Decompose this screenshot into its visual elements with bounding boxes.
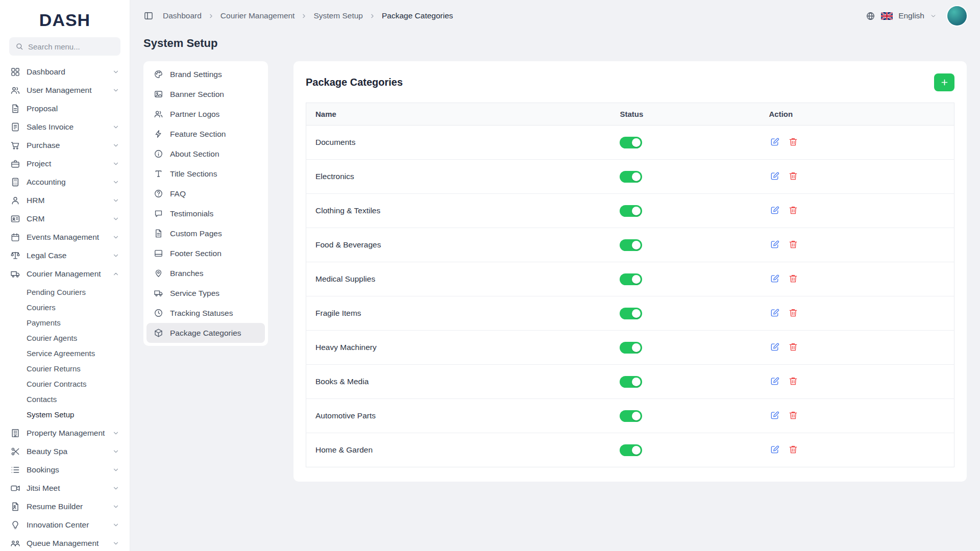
setup-menu-item-package-categories[interactable]: Package Categories [146,323,265,343]
edit-button[interactable] [769,272,781,285]
breadcrumb-item-system-setup[interactable]: System Setup [313,11,363,20]
status-toggle[interactable] [620,342,642,354]
status-toggle[interactable] [620,410,642,422]
sidebar-item-events-management[interactable]: Events Management [0,228,130,246]
brand-logo[interactable]: DASH [0,0,130,37]
delete-button[interactable] [787,272,799,285]
sidebar-subitem-courier-agents[interactable]: Courier Agents [0,330,130,345]
delete-button[interactable] [787,307,799,319]
status-toggle[interactable] [620,444,642,456]
sidebar-subitem-courier-returns[interactable]: Courier Returns [0,361,130,376]
setup-menu-item-banner-section[interactable]: Banner Section [146,84,265,104]
image-icon [154,89,163,99]
edit-button[interactable] [769,409,781,421]
pages-icon [154,229,163,238]
sidebar-item-label: Accounting [27,178,106,187]
setup-menu-item-custom-pages[interactable]: Custom Pages [146,223,265,243]
setup-menu-item-title-sections[interactable]: Title Sections [146,164,265,184]
edit-button[interactable] [769,238,781,251]
sidebar-item-sales-invoice[interactable]: Sales Invoice [0,118,130,136]
setup-menu-item-testimonials[interactable]: Testimonials [146,204,265,223]
delete-button[interactable] [787,136,799,148]
setup-menu-item-service-types[interactable]: Service Types [146,283,265,303]
setup-menu-item-tracking-statuses[interactable]: Tracking Statuses [146,303,265,323]
status-toggle[interactable] [620,205,642,217]
trash-icon [788,273,798,284]
sidebar-item-beauty-spa[interactable]: Beauty Spa [0,442,130,461]
sidebar-subitem-service-agreements[interactable]: Service Agreements [0,345,130,361]
table-row: Food & Beverages [306,228,954,262]
add-category-button[interactable] [934,73,954,91]
sidebar-item-proposal[interactable]: Proposal [0,99,130,118]
sidebar-item-user-management[interactable]: User Management [0,81,130,99]
setup-menu-item-brand-settings[interactable]: Brand Settings [146,64,265,84]
breadcrumb-item-courier-management[interactable]: Courier Management [220,11,295,20]
page-title: System Setup [143,37,967,50]
delete-button[interactable] [787,170,799,182]
status-toggle[interactable] [620,376,642,388]
sidebar-item-bookings[interactable]: Bookings [0,461,130,479]
edit-button[interactable] [769,170,781,182]
chevron-down-icon [112,68,119,76]
sidebar-subitem-couriers[interactable]: Couriers [0,299,130,315]
sidebar-item-legal-case[interactable]: Legal Case [0,246,130,265]
sidebar-item-hrm[interactable]: HRM [0,191,130,210]
language-label[interactable]: English [898,11,924,20]
sidebar-item-innovation-center[interactable]: Innovation Center [0,516,130,534]
breadcrumb-item-dashboard[interactable]: Dashboard [163,11,202,20]
edit-button[interactable] [769,375,781,387]
sidebar-item-property-management[interactable]: Property Management [0,424,130,442]
delete-button[interactable] [787,375,799,387]
sidebar-item-resume-builder[interactable]: Resume Builder [0,497,130,516]
edit-button[interactable] [769,136,781,148]
sidebar-item-project[interactable]: Project [0,155,130,173]
edit-button[interactable] [769,204,781,216]
user-icon [10,195,20,206]
sidebar-item-accounting[interactable]: Accounting [0,173,130,191]
sidebar-subitem-courier-contracts[interactable]: Courier Contracts [0,376,130,391]
sidebar-item-jitsi-meet[interactable]: Jitsi Meet [0,479,130,497]
truck-icon [10,269,20,279]
sidebar-item-purchase[interactable]: Purchase [0,136,130,155]
setup-menu-label: Package Categories [170,329,241,338]
status-toggle[interactable] [620,171,642,183]
delete-button[interactable] [787,443,799,456]
chevron-down-icon[interactable] [930,13,937,19]
edit-icon [770,444,780,455]
delete-button[interactable] [787,238,799,251]
calendar-icon [10,232,20,242]
delete-button[interactable] [787,409,799,421]
info-icon [154,149,163,159]
edit-button[interactable] [769,341,781,353]
sidebar-subitem-pending-couriers[interactable]: Pending Couriers [0,284,130,299]
edit-icon [770,410,780,420]
sidebar-toggle-icon[interactable] [143,11,154,21]
setup-menu-item-partner-logos[interactable]: Partner Logos [146,104,265,124]
setup-menu-item-feature-section[interactable]: Feature Section [146,124,265,144]
globe-icon[interactable] [866,11,875,21]
status-toggle[interactable] [620,137,642,148]
sidebar-subitem-contacts[interactable]: Contacts [0,391,130,407]
setup-menu-item-footer-section[interactable]: Footer Section [146,243,265,263]
status-toggle[interactable] [620,273,642,285]
chevron-down-icon [112,466,119,473]
setup-menu-item-branches[interactable]: Branches [146,263,265,283]
edit-button[interactable] [769,443,781,456]
status-toggle[interactable] [620,308,642,319]
sidebar-subitem-payments[interactable]: Payments [0,315,130,330]
sidebar-item-crm[interactable]: CRM [0,210,130,228]
sidebar-item-label: Bookings [27,465,106,474]
delete-button[interactable] [787,341,799,353]
trash-icon [788,205,798,215]
avatar[interactable] [947,6,967,26]
sidebar-item-queue-management[interactable]: Queue Management [0,534,130,551]
search-input[interactable] [28,42,114,51]
sidebar-item-courier-management[interactable]: Courier Management [0,265,130,283]
sidebar-subitem-system-setup[interactable]: System Setup [0,407,130,422]
setup-menu-item-faq[interactable]: FAQ [146,184,265,204]
status-toggle[interactable] [620,239,642,251]
setup-menu-item-about-section[interactable]: About Section [146,144,265,164]
sidebar-item-dashboard[interactable]: Dashboard [0,63,130,81]
delete-button[interactable] [787,204,799,216]
edit-button[interactable] [769,307,781,319]
